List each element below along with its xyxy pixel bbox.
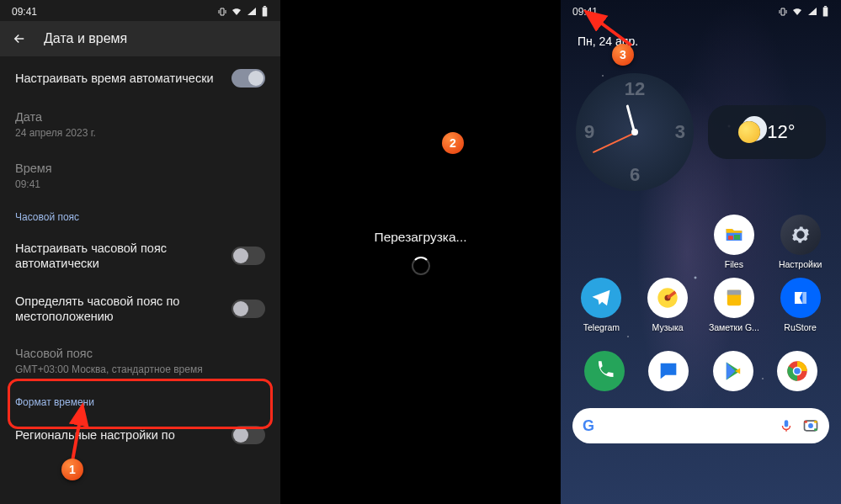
svg-rect-0 <box>263 7 268 16</box>
weather-icon <box>738 121 760 143</box>
app-play-store[interactable] <box>713 351 753 391</box>
svg-point-16 <box>808 423 813 428</box>
telegram-icon <box>581 278 621 318</box>
app-label: Музыка <box>652 322 684 332</box>
regional-label: Региональные настройки по <box>15 427 175 443</box>
svg-rect-9 <box>727 290 741 295</box>
app-settings[interactable]: Настройки <box>769 215 831 269</box>
mic-icon[interactable] <box>779 418 794 433</box>
wifi-icon <box>791 7 803 17</box>
status-time: 09:41 <box>12 6 37 18</box>
app-bar: Дата и время <box>0 21 280 56</box>
status-icons <box>778 6 829 18</box>
play-icon <box>721 359 745 383</box>
spinner-icon <box>412 257 430 275</box>
app-music[interactable]: Музыка <box>637 278 699 332</box>
time-label: Время <box>15 161 265 176</box>
notes-icon <box>714 278 754 318</box>
lens-icon[interactable] <box>802 417 819 434</box>
regional-toggle[interactable] <box>232 426 265 444</box>
status-time: 09:41 <box>572 6 598 18</box>
reboot-screen: Перезагрузка... <box>280 0 561 504</box>
app-label: RuStore <box>784 322 817 332</box>
dock <box>561 341 841 401</box>
search-bar[interactable]: G <box>572 408 829 443</box>
app-label: Заметки G... <box>709 322 759 332</box>
auto-timezone-toggle[interactable] <box>232 247 265 265</box>
date-row[interactable]: Дата 24 апреля 2023 г. <box>0 98 280 150</box>
svg-rect-10 <box>802 292 806 304</box>
signal-icon <box>806 7 818 17</box>
clock-9: 9 <box>584 121 594 143</box>
auto-time-label: Настраивать время автоматически <box>15 71 214 86</box>
status-bar: 09:41 <box>561 0 841 21</box>
app-label: Telegram <box>583 322 620 332</box>
app-messages[interactable] <box>648 351 689 391</box>
battery-icon <box>261 6 269 18</box>
home-screen[interactable]: 09:41 Пн, 24 апр. 12 3 6 9 12° <box>561 0 841 504</box>
svg-rect-1 <box>263 6 266 7</box>
svg-rect-18 <box>814 421 817 423</box>
reboot-text: Перезагрузка... <box>374 230 466 245</box>
rustore-icon <box>780 278 821 318</box>
status-bar: 09:41 <box>0 0 280 21</box>
svg-rect-5 <box>728 236 733 240</box>
battery-icon <box>822 6 829 18</box>
auto-time-toggle[interactable] <box>232 69 265 88</box>
wifi-icon <box>231 7 242 17</box>
screen-title: Дата и время <box>44 31 127 46</box>
messages-icon <box>657 359 680 383</box>
back-icon[interactable] <box>12 31 27 46</box>
app-grid: Files Настройки Telegram Музыка <box>561 201 841 341</box>
home-date[interactable]: Пн, 24 апр. <box>561 21 841 50</box>
timezone-location-label: Определять часовой пояс по местоположени… <box>15 294 221 324</box>
date-value: 24 апреля 2023 г. <box>15 127 265 139</box>
clock-3: 3 <box>675 121 685 143</box>
music-icon <box>647 278 688 318</box>
timezone-row[interactable]: Часовой пояс GMT+03:00 Москва, стандартн… <box>0 335 280 386</box>
svg-rect-17 <box>805 421 807 423</box>
settings-date-time-screen: 09:41 Дата и время Настраивать время авт… <box>0 0 280 504</box>
app-label: Files <box>725 259 743 269</box>
files-icon <box>714 215 754 255</box>
app-phone[interactable] <box>584 351 625 391</box>
vibrate-icon <box>778 7 788 17</box>
clock-12: 12 <box>625 78 645 100</box>
google-logo: G <box>583 417 594 435</box>
app-telegram[interactable]: Telegram <box>571 278 632 332</box>
app-chrome[interactable] <box>777 351 817 391</box>
format-section-header: Формат времени <box>0 386 280 415</box>
timezone-label: Часовой пояс <box>15 346 265 361</box>
svg-rect-4 <box>734 235 740 240</box>
svg-rect-14 <box>785 420 789 427</box>
status-icons <box>217 6 269 18</box>
timezone-location-row[interactable]: Определять часовой пояс по местоположени… <box>0 283 280 335</box>
annotation-marker-1: 1 <box>61 459 83 480</box>
app-label: Настройки <box>779 259 822 269</box>
time-row[interactable]: Время 09:41 <box>0 150 280 201</box>
weather-widget[interactable]: 12° <box>708 105 826 159</box>
auto-timezone-row[interactable]: Настраивать часовой пояс автоматически <box>0 230 280 282</box>
gear-icon <box>780 215 821 255</box>
annotation-marker-2: 2 <box>442 132 464 154</box>
chrome-icon <box>785 359 809 383</box>
svg-rect-19 <box>814 428 817 431</box>
annotation-marker-3: 3 <box>612 44 634 66</box>
auto-time-row[interactable]: Настраивать время автоматически <box>0 58 280 98</box>
regional-row[interactable]: Региональные настройки по <box>0 415 280 455</box>
app-files[interactable]: Files <box>704 215 765 269</box>
app-rustore[interactable]: RuStore <box>769 278 831 332</box>
time-value: 09:41 <box>15 178 265 190</box>
vibrate-icon <box>217 7 227 17</box>
clock-6: 6 <box>630 164 640 186</box>
phone-icon <box>593 359 616 383</box>
auto-timezone-label: Настраивать часовой пояс автоматически <box>15 241 221 271</box>
date-label: Дата <box>15 109 265 125</box>
app-notes[interactable]: Заметки G... <box>704 278 765 332</box>
weather-temp: 12° <box>767 121 795 143</box>
timezone-section-header: Часовой пояс <box>0 201 280 230</box>
timezone-location-toggle[interactable] <box>232 300 265 318</box>
clock-widget[interactable]: 12 3 6 9 <box>576 73 694 191</box>
svg-point-13 <box>794 368 800 374</box>
signal-icon <box>246 7 258 17</box>
